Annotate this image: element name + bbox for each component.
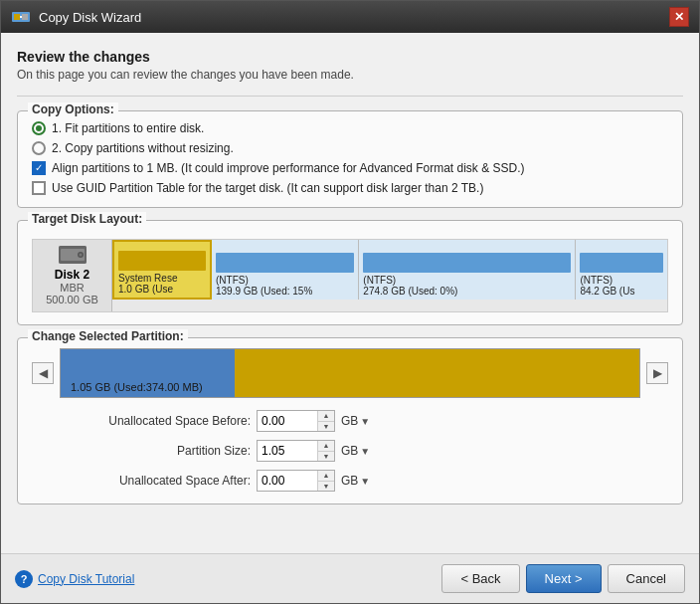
- spinner-btns-2: ▲ ▼: [317, 441, 334, 461]
- partition-1-bar: [118, 251, 206, 271]
- partition-edit-bar: 1.05 GB (Used:374.00 MB): [60, 348, 640, 398]
- svg-point-6: [79, 254, 82, 257]
- radio-inner: [36, 125, 42, 131]
- option2-label: 2. Copy partitions without resizing.: [52, 141, 234, 155]
- part-size-unit-label: GB: [341, 444, 358, 458]
- change-partition-title: Change Selected Partition:: [28, 329, 188, 343]
- option2-row[interactable]: 2. Copy partitions without resizing.: [32, 141, 668, 155]
- next-button[interactable]: Next >: [526, 564, 602, 593]
- partition-1[interactable]: System Rese 1.0 GB (Use: [112, 240, 212, 300]
- option2-radio[interactable]: [32, 141, 46, 155]
- option3-checkbox[interactable]: ✓: [32, 161, 46, 175]
- cancel-button[interactable]: Cancel: [608, 564, 685, 593]
- unalloc-before-label: Unallocated Space Before:: [62, 414, 251, 428]
- unalloc-after-label: Unallocated Space After:: [62, 474, 251, 488]
- partition-1-sublabel: 1.0 GB (Use: [118, 284, 206, 295]
- svg-rect-2: [22, 14, 28, 20]
- footer-buttons: < Back Next > Cancel: [441, 564, 685, 593]
- option4-checkbox[interactable]: [32, 181, 46, 195]
- partition-4-sublabel: 84.2 GB (Us: [580, 286, 663, 297]
- partition-3-sublabel: 274.8 GB (Used: 0%): [363, 286, 571, 297]
- part-size-down[interactable]: ▼: [318, 452, 334, 462]
- main-content: Review the changes On this page you can …: [1, 33, 699, 553]
- divider: [17, 96, 683, 97]
- unalloc-before-spinner[interactable]: ▲ ▼: [257, 410, 335, 432]
- partition-3[interactable]: (NTFS) 274.8 GB (Used: 0%): [359, 240, 576, 300]
- partition-visual: ◀ 1.05 GB (Used:374.00 MB) ▶: [32, 348, 668, 398]
- close-button[interactable]: ✕: [669, 7, 689, 27]
- disk-layout-title: Target Disk Layout:: [28, 212, 146, 226]
- disk-layout-container: Disk 2 MBR 500.00 GB System Rese 1.0 GB …: [32, 239, 668, 312]
- page-title: Review the changes: [17, 49, 683, 65]
- part-size-unit[interactable]: GB ▼: [341, 444, 370, 458]
- check-mark: ✓: [35, 163, 43, 173]
- next-partition-button[interactable]: ▶: [646, 362, 668, 384]
- unalloc-after-input[interactable]: [258, 471, 317, 491]
- option3-label: Align partitions to 1 MB. (It could impr…: [52, 161, 525, 175]
- section-header: Review the changes On this page you can …: [17, 49, 683, 82]
- unalloc-after-unit-arrow[interactable]: ▼: [360, 476, 370, 487]
- unalloc-before-input[interactable]: [258, 411, 317, 431]
- part-size-row: Partition Size: ▲ ▼ GB ▼: [62, 440, 638, 462]
- partition-2[interactable]: (NTFS) 139.9 GB (Used: 15%: [212, 240, 359, 300]
- copy-options-group: Copy Options: 1. Fit partitions to entir…: [17, 110, 683, 208]
- partition-3-label: (NTFS): [363, 275, 571, 286]
- change-partition-group: Change Selected Partition: ◀ 1.05 GB (Us…: [17, 337, 683, 504]
- main-window: Copy Disk Wizard ✕ Review the changes On…: [0, 0, 700, 604]
- partition-bar-container: System Rese 1.0 GB (Use (NTFS) 139.9 GB …: [112, 240, 667, 300]
- option1-row[interactable]: 1. Fit partitions to entire disk.: [32, 121, 668, 135]
- spinner-btns-3: ▲ ▼: [317, 471, 334, 491]
- unalloc-after-up[interactable]: ▲: [318, 471, 334, 482]
- disk-drive-icon: [59, 246, 87, 264]
- copy-options-title: Copy Options:: [28, 102, 118, 116]
- partition-4[interactable]: (NTFS) 84.2 GB (Us: [576, 240, 667, 300]
- disk-name: Disk 2: [55, 268, 89, 282]
- help-icon: ?: [15, 570, 33, 588]
- disk-layout-group: Target Disk Layout: Disk 2 MBR 500.00 GB: [17, 220, 683, 325]
- partition-1-label: System Rese: [118, 273, 206, 284]
- option1-radio[interactable]: [32, 121, 46, 135]
- titlebar-icon: [11, 7, 31, 27]
- titlebar: Copy Disk Wizard ✕: [1, 1, 699, 33]
- disk-info: Disk 2 MBR 500.00 GB: [33, 240, 112, 311]
- titlebar-title: Copy Disk Wizard: [39, 10, 661, 25]
- option3-row[interactable]: ✓ Align partitions to 1 MB. (It could im…: [32, 161, 668, 175]
- partition-4-label: (NTFS): [580, 275, 663, 286]
- back-button[interactable]: < Back: [441, 564, 519, 593]
- partition-fields: Unallocated Space Before: ▲ ▼ GB ▼: [32, 410, 668, 492]
- unalloc-before-up[interactable]: ▲: [318, 411, 334, 422]
- svg-rect-1: [14, 14, 20, 20]
- unalloc-after-down[interactable]: ▼: [318, 482, 334, 492]
- partition-2-label: (NTFS): [216, 275, 354, 286]
- unalloc-after-spinner[interactable]: ▲ ▼: [257, 470, 335, 492]
- part-size-up[interactable]: ▲: [318, 441, 334, 452]
- footer-help: ? Copy Disk Tutorial: [15, 570, 434, 588]
- option4-label: Use GUID Partition Table for the target …: [52, 181, 483, 195]
- partition-4-bar: [580, 253, 663, 273]
- part-size-label: Partition Size:: [62, 444, 251, 458]
- unalloc-after-unit[interactable]: GB ▼: [341, 474, 370, 488]
- help-link[interactable]: Copy Disk Tutorial: [38, 572, 134, 586]
- partition-3-bar: [363, 253, 571, 273]
- part-size-spinner[interactable]: ▲ ▼: [257, 440, 335, 462]
- partition-2-bar: [216, 253, 354, 273]
- prev-partition-button[interactable]: ◀: [32, 362, 54, 384]
- unalloc-before-unit-arrow[interactable]: ▼: [360, 416, 370, 427]
- disk-size: 500.00 GB: [46, 294, 98, 305]
- partition-2-sublabel: 139.9 GB (Used: 15%: [216, 286, 354, 297]
- footer: ? Copy Disk Tutorial < Back Next > Cance…: [1, 553, 699, 603]
- option4-row[interactable]: Use GUID Partition Table for the target …: [32, 181, 668, 195]
- unalloc-before-unit[interactable]: GB ▼: [341, 414, 370, 428]
- disk-type: MBR: [60, 282, 84, 294]
- unalloc-before-unit-label: GB: [341, 414, 358, 428]
- page-subtitle: On this page you can review the changes …: [17, 68, 683, 82]
- unalloc-after-row: Unallocated Space After: ▲ ▼ GB ▼: [62, 470, 638, 492]
- part-size-input[interactable]: [258, 441, 317, 461]
- unalloc-before-down[interactable]: ▼: [318, 422, 334, 432]
- part-size-unit-arrow[interactable]: ▼: [360, 446, 370, 457]
- partition-size-label: 1.05 GB (Used:374.00 MB): [71, 381, 203, 393]
- unalloc-after-unit-label: GB: [341, 474, 358, 488]
- unalloc-before-row: Unallocated Space Before: ▲ ▼ GB ▼: [62, 410, 638, 432]
- spinner-btns-1: ▲ ▼: [317, 411, 334, 431]
- option1-label: 1. Fit partitions to entire disk.: [52, 121, 204, 135]
